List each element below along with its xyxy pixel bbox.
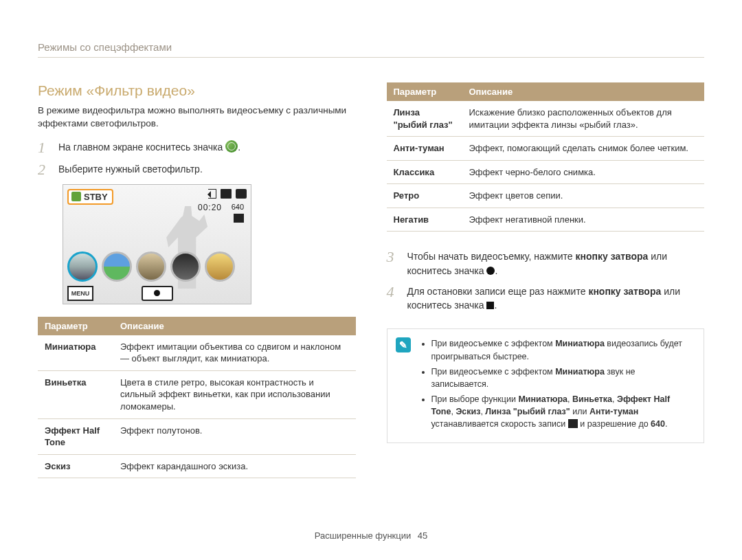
camera-preview: STBY 00:20 640 MENU: [63, 184, 251, 304]
param-table-left: Параметр Описание МиниатюраЭффект имитац…: [38, 317, 356, 478]
step-1: 1 На главном экране коснитесь значка .: [38, 140, 356, 155]
video-filter-icon: [225, 140, 238, 153]
table-row: РетроЭффект цветов сепии.: [387, 184, 705, 208]
table-row: ЭскизЭффект карандашного эскиза.: [38, 454, 356, 478]
step-2-text: Выберите нужный светофильтр.: [58, 162, 356, 176]
step-1-text-pre: На главном экране коснитесь значка: [58, 142, 225, 153]
filter-carousel[interactable]: [67, 251, 235, 282]
filter-thumb[interactable]: [102, 251, 132, 282]
step-number: 4: [387, 284, 402, 300]
filter-thumb[interactable]: [170, 251, 201, 282]
step-4-post: .: [494, 300, 497, 311]
step-number: 2: [38, 162, 53, 177]
step-4: 4 Для остановки записи еще раз нажмите к…: [387, 284, 705, 313]
resolution-label: 640: [232, 203, 244, 211]
table-row: КлассикаЭффект черно-белого снимка.: [387, 160, 705, 184]
mute-icon: [208, 189, 216, 199]
footer-section: Расширенные функции: [315, 530, 412, 541]
table-row: Эффект Half ToneЭффект полутонов.: [38, 418, 356, 454]
battery-icon: [236, 189, 247, 199]
table-row: ВиньеткаЦвета в стиле ретро, высокая кон…: [38, 370, 356, 418]
record-button[interactable]: [142, 286, 173, 301]
step-4-bold: кнопку затвора: [588, 286, 661, 297]
note-box: ✎ При видеосъемке с эффектом Миниатюра в…: [387, 328, 705, 443]
framerate-icon: [234, 214, 244, 223]
step-2: 2 Выберите нужный светофильтр.: [38, 162, 356, 177]
step-3: 3 Чтобы начать видеосъемку, нажмите кноп…: [387, 249, 705, 278]
filter-thumb[interactable]: [136, 251, 166, 282]
page-title: Режим «Фильтр видео»: [38, 82, 356, 99]
stop-icon: [486, 302, 494, 309]
voice-icon: [221, 189, 232, 199]
note-item: При выборе функции Миниатюра, Виньетка, …: [431, 393, 695, 430]
elapsed-time: 00:20: [198, 203, 222, 212]
page-number: 45: [418, 530, 427, 541]
mode-icon: [71, 192, 81, 201]
step-number: 3: [387, 249, 402, 265]
menu-button[interactable]: MENU: [67, 286, 93, 301]
info-icon: ✎: [396, 337, 411, 352]
right-column: Параметр Описание Линза "рыбий глаз"Иска…: [387, 82, 705, 478]
framerate-icon: [568, 419, 578, 428]
th-param: Параметр: [387, 82, 462, 101]
step-1-text-post: .: [238, 142, 240, 153]
table-row: Анти-туманЭффект, помогающий сделать сни…: [387, 137, 705, 161]
breadcrumb: Режимы со спецэффектами: [38, 41, 704, 58]
step-number: 1: [38, 140, 53, 155]
note-item: При видеосъемке с эффектом Миниатюра зву…: [431, 366, 695, 390]
step-3-pre: Чтобы начать видеосъемку, нажмите: [407, 251, 576, 262]
th-desc: Описание: [113, 317, 356, 335]
standby-label: STBY: [84, 192, 108, 202]
table-row: НегативЭффект негативной пленки.: [387, 208, 705, 232]
step-3-bold: кнопку затвора: [576, 251, 649, 262]
page-footer: Расширенные функции 45: [0, 530, 742, 541]
table-row: Линза "рыбий глаз"Искажение близко распо…: [387, 101, 705, 137]
standby-badge: STBY: [67, 189, 113, 205]
table-row: МиниатюраЭффект имитации объектива со сд…: [38, 335, 356, 371]
filter-thumb[interactable]: [205, 251, 235, 282]
filter-thumb[interactable]: [67, 251, 98, 282]
left-column: Режим «Фильтр видео» В режиме видеофильт…: [38, 82, 356, 478]
record-icon: [486, 267, 495, 275]
intro-text: В режиме видеофильтра можно выполнять ви…: [38, 104, 356, 131]
note-item: При видеосъемке с эффектом Миниатюра вид…: [431, 337, 695, 362]
step-3-post: .: [495, 265, 497, 276]
param-table-right: Параметр Описание Линза "рыбий глаз"Иска…: [387, 82, 705, 232]
step-4-pre: Для остановки записи еще раз нажмите: [407, 286, 589, 297]
th-desc: Описание: [462, 82, 705, 101]
th-param: Параметр: [38, 317, 113, 335]
